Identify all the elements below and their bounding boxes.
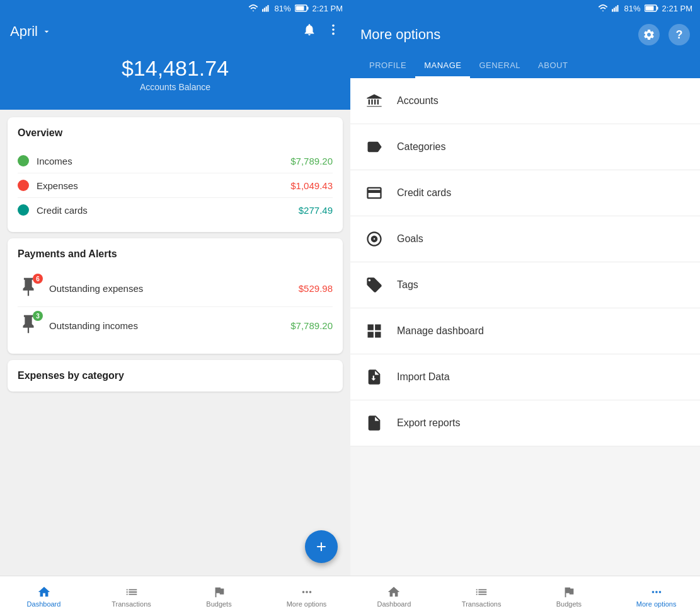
menu-item-tags[interactable]: Tags xyxy=(350,262,700,308)
categories-icon xyxy=(363,136,386,158)
left-nav-dashboard[interactable]: Dashboard xyxy=(0,579,88,613)
right-nav-budgets-label: Budgets xyxy=(556,600,582,608)
status-time: 2:21 PM xyxy=(313,4,343,13)
right-nav-budgets[interactable]: Budgets xyxy=(525,579,613,613)
right-battery-status: 81% xyxy=(624,4,641,13)
import-icon xyxy=(363,366,386,388)
svg-rect-5 xyxy=(307,7,308,10)
settings-button[interactable] xyxy=(638,24,660,45)
goals-icon xyxy=(363,228,386,250)
svg-point-20 xyxy=(651,591,654,593)
outstanding-expenses-label: Outstanding expenses xyxy=(49,283,299,294)
left-nav-more[interactable]: More options xyxy=(263,579,350,613)
svg-rect-6 xyxy=(295,6,304,11)
left-nav-budgets-label: Budgets xyxy=(206,600,231,608)
more-horiz-icon xyxy=(300,585,314,599)
tab-general[interactable]: GENERAL xyxy=(470,54,529,78)
overview-title: Overview xyxy=(18,127,333,139)
svg-point-22 xyxy=(658,591,661,593)
outstanding-expenses-item[interactable]: 6 Outstanding expenses $529.98 xyxy=(18,270,333,307)
right-nav-dashboard[interactable]: Dashboard xyxy=(350,579,438,613)
pin-incomes-container: 3 xyxy=(18,313,42,337)
svg-rect-0 xyxy=(262,9,263,11)
menu-item-export-reports[interactable]: Export reports xyxy=(350,400,700,446)
menu-tags-label: Tags xyxy=(397,279,418,291)
right-flag-icon xyxy=(562,585,576,599)
menu-item-accounts[interactable]: Accounts xyxy=(350,78,700,124)
right-content: Accounts Categories Credit cards Goals xyxy=(350,78,700,576)
battery-icon xyxy=(295,4,309,12)
month-label: April xyxy=(10,23,38,40)
tab-manage[interactable]: MANAGE xyxy=(415,54,470,78)
bell-icon[interactable] xyxy=(302,23,316,40)
svg-point-8 xyxy=(332,28,335,31)
svg-rect-15 xyxy=(615,6,616,11)
dashboard-icon xyxy=(363,320,386,342)
gear-icon xyxy=(643,28,655,41)
credit-card-icon xyxy=(363,182,386,204)
chevron-down-icon xyxy=(42,26,52,37)
incomes-amount: $7,789.20 xyxy=(290,156,333,166)
menu-item-manage-dashboard[interactable]: Manage dashboard xyxy=(350,308,700,354)
svg-point-10 xyxy=(302,591,304,593)
left-status-bar: 81% 2:21 PM xyxy=(0,0,350,16)
balance-amount: $14,481.74 xyxy=(10,56,340,81)
help-button[interactable]: ? xyxy=(668,24,690,45)
incomes-dot xyxy=(18,155,29,166)
pin-expenses-container: 6 xyxy=(18,276,42,300)
right-wifi-icon xyxy=(598,4,608,12)
left-nav-transactions-label: Transactions xyxy=(112,600,151,608)
credit-cards-label: Credit cards xyxy=(37,205,299,216)
svg-rect-13 xyxy=(612,9,613,11)
left-header: April $14,481.74 Accounts Balance xyxy=(0,16,350,110)
expenses-category-title: Expenses by category xyxy=(18,370,333,381)
incomes-label: Incomes xyxy=(37,156,290,166)
credit-cards-amount: $277.49 xyxy=(299,205,333,216)
svg-rect-19 xyxy=(645,6,653,11)
svg-point-7 xyxy=(332,25,335,27)
menu-item-credit-cards[interactable]: Credit cards xyxy=(350,170,700,216)
right-status-bar: 81% 2:21 PM xyxy=(350,0,700,16)
month-selector[interactable]: April xyxy=(10,23,52,40)
menu-accounts-label: Accounts xyxy=(397,95,439,107)
left-nav-budgets[interactable]: Budgets xyxy=(175,579,263,613)
pin-expenses-badge: 6 xyxy=(33,274,43,284)
menu-import-data-label: Import Data xyxy=(397,371,450,383)
wifi-icon xyxy=(248,4,258,12)
export-icon xyxy=(363,412,386,434)
credit-cards-item[interactable]: Credit cards $277.49 xyxy=(18,198,333,222)
outstanding-incomes-item[interactable]: 3 Outstanding incomes $7,789.20 xyxy=(18,307,333,344)
expenses-dot xyxy=(18,180,29,191)
fab-button[interactable]: + xyxy=(305,530,338,563)
right-nav-more[interactable]: More options xyxy=(612,579,700,613)
right-panel: 81% 2:21 PM More options ? PROFILE MANAG… xyxy=(350,0,700,616)
menu-item-import-data[interactable]: Import Data xyxy=(350,354,700,400)
right-nav-transactions[interactable]: Transactions xyxy=(438,579,525,613)
more-vertical-icon[interactable] xyxy=(326,23,340,40)
menu-export-reports-label: Export reports xyxy=(397,417,460,429)
menu-manage-dashboard-label: Manage dashboard xyxy=(397,325,484,337)
expenses-item[interactable]: Expenses $1,049.43 xyxy=(18,173,333,198)
right-signal-icon xyxy=(612,4,621,12)
menu-item-categories[interactable]: Categories xyxy=(350,124,700,170)
right-nav-dashboard-label: Dashboard xyxy=(377,600,411,608)
menu-item-goals[interactable]: Goals xyxy=(350,216,700,262)
outstanding-incomes-amount: $7,789.20 xyxy=(290,320,333,331)
svg-rect-1 xyxy=(263,8,265,11)
bank-icon xyxy=(363,90,386,112)
left-panel: 81% 2:21 PM April $14,481.74 Accounts Ba… xyxy=(0,0,350,616)
tab-profile[interactable]: PROFILE xyxy=(360,54,415,78)
right-panel-title: More options xyxy=(360,26,440,43)
svg-point-9 xyxy=(332,33,335,35)
payments-title: Payments and Alerts xyxy=(18,248,333,260)
left-nav-transactions[interactable]: Transactions xyxy=(88,579,175,613)
tags-icon xyxy=(363,274,386,296)
tab-about[interactable]: ABOUT xyxy=(529,54,577,78)
list-icon xyxy=(125,585,139,599)
right-nav-more-label: More options xyxy=(636,600,677,608)
right-nav-transactions-label: Transactions xyxy=(462,600,502,608)
left-nav-more-label: More options xyxy=(287,600,327,608)
outstanding-expenses-amount: $529.98 xyxy=(299,283,333,294)
flag-icon xyxy=(212,585,226,599)
incomes-item[interactable]: Incomes $7,789.20 xyxy=(18,149,333,173)
